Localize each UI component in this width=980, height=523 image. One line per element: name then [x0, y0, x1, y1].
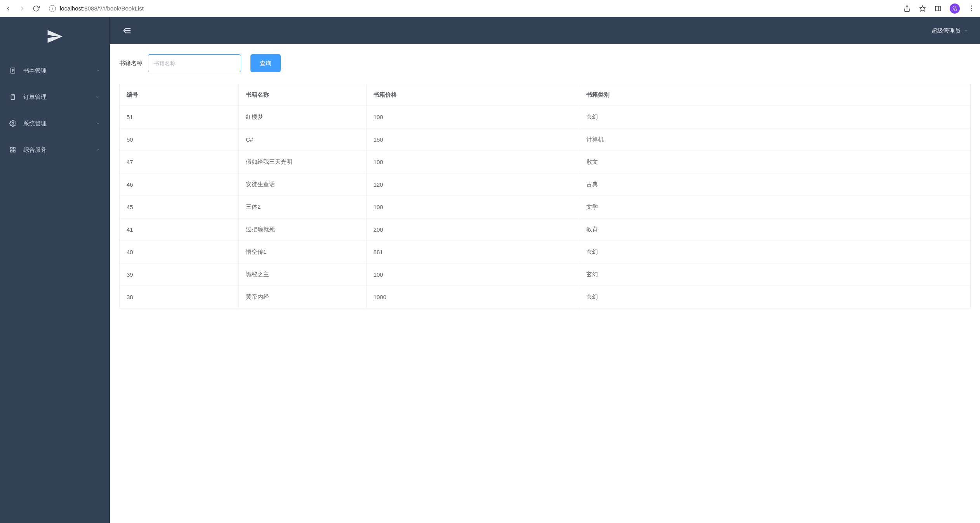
table-row[interactable]: 50C#150计算机 — [120, 128, 971, 151]
cell-category: 教育 — [579, 218, 970, 241]
cell-price: 1000 — [366, 286, 579, 308]
book-name-input[interactable] — [148, 54, 241, 72]
collapse-sidebar-button[interactable] — [122, 25, 132, 36]
cell-name: 黄帝内经 — [238, 286, 366, 308]
cell-category: 计算机 — [579, 128, 970, 151]
table-row[interactable]: 51红楼梦100玄幻 — [120, 106, 971, 128]
sidebar-item-label: 书本管理 — [23, 67, 96, 74]
chevron-down-icon — [96, 95, 100, 99]
user-dropdown[interactable]: 超级管理员 — [931, 27, 968, 35]
grid-icon — [9, 146, 16, 153]
cell-price: 100 — [366, 151, 579, 173]
back-button[interactable] — [5, 5, 12, 12]
cell-category: 玄幻 — [579, 106, 970, 128]
table-row[interactable]: 39诡秘之主100玄幻 — [120, 263, 971, 286]
svg-rect-12 — [14, 147, 16, 149]
cell-price: 100 — [366, 196, 579, 218]
table-row[interactable]: 46安徒生童话120古典 — [120, 173, 971, 196]
svg-rect-2 — [935, 6, 941, 11]
book-table: 编号 书籍名称 书籍价格 书籍类别 51红楼梦100玄幻50C#150计算机47… — [119, 84, 971, 308]
site-info-icon[interactable]: i — [49, 5, 56, 12]
svg-marker-1 — [920, 5, 926, 11]
url-path: :8088/?#/book/BookList — [83, 5, 144, 12]
doc-icon — [9, 67, 16, 74]
sidebar-item[interactable]: 书本管理 — [0, 57, 109, 84]
svg-rect-11 — [10, 147, 12, 149]
browser-right-group: 洁 — [903, 3, 975, 14]
sidebar-item[interactable]: 系统管理 — [0, 110, 109, 137]
svg-rect-14 — [14, 151, 16, 152]
search-button[interactable]: 查询 — [250, 54, 281, 72]
star-icon[interactable] — [919, 5, 926, 12]
sidebar-item-label: 综合服务 — [23, 146, 96, 154]
panel-icon[interactable] — [934, 5, 942, 12]
logo[interactable] — [0, 17, 109, 56]
cell-name: 红楼梦 — [238, 106, 366, 128]
cell-category: 玄幻 — [579, 241, 970, 263]
sidebar: 书本管理订单管理系统管理综合服务 — [0, 17, 110, 523]
table-row[interactable]: 41过把瘾就死200教育 — [120, 218, 971, 241]
cell-id: 41 — [120, 218, 239, 241]
table-row[interactable]: 40悟空传1881玄幻 — [120, 241, 971, 263]
col-header-price: 书籍价格 — [366, 84, 579, 106]
cell-price: 100 — [366, 263, 579, 286]
sidebar-item[interactable]: 订单管理 — [0, 84, 109, 110]
cell-price: 881 — [366, 241, 579, 263]
gear-icon — [9, 120, 16, 127]
content: 书籍名称 查询 编号 书籍名称 书籍价格 书籍类别 51红楼梦100玄幻50C#… — [110, 44, 980, 523]
app-root: 书本管理订单管理系统管理综合服务 超级管理员 书籍名称 查询 — [0, 17, 980, 523]
cell-name: 诡秘之主 — [238, 263, 366, 286]
cell-name: 三体2 — [238, 196, 366, 218]
col-header-category: 书籍类别 — [579, 84, 970, 106]
cell-id: 51 — [120, 106, 239, 128]
paper-plane-icon — [46, 28, 63, 45]
url-bar[interactable]: i localhost:8088/?#/book/BookList — [49, 5, 897, 12]
sidebar-item-label: 系统管理 — [23, 120, 96, 127]
cell-id: 47 — [120, 151, 239, 173]
cell-name: 假如给我三天光明 — [238, 151, 366, 173]
col-header-id: 编号 — [120, 84, 239, 106]
browser-nav-group — [5, 5, 40, 12]
browser-chrome: i localhost:8088/?#/book/BookList 洁 — [0, 0, 980, 17]
table-header-row: 编号 书籍名称 书籍价格 书籍类别 — [120, 84, 971, 106]
cell-name: C# — [238, 128, 366, 151]
clipboard-icon — [9, 94, 16, 100]
cell-name: 悟空传1 — [238, 241, 366, 263]
main-area: 超级管理员 书籍名称 查询 编号 书籍名称 书籍价格 书籍类别 — [110, 17, 980, 523]
cell-category: 文学 — [579, 196, 970, 218]
kebab-menu-icon[interactable] — [968, 5, 975, 12]
cell-category: 古典 — [579, 173, 970, 196]
cell-price: 150 — [366, 128, 579, 151]
cell-id: 39 — [120, 263, 239, 286]
cell-name: 安徒生童话 — [238, 173, 366, 196]
svg-point-10 — [12, 123, 14, 125]
cell-id: 46 — [120, 173, 239, 196]
sidebar-item[interactable]: 综合服务 — [0, 137, 109, 163]
cell-category: 玄幻 — [579, 263, 970, 286]
profile-avatar[interactable]: 洁 — [950, 3, 960, 14]
table-row[interactable]: 47假如给我三天光明100散文 — [120, 151, 971, 173]
url-text: localhost:8088/?#/book/BookList — [60, 5, 144, 12]
search-label: 书籍名称 — [119, 60, 142, 67]
search-row: 书籍名称 查询 — [119, 54, 971, 72]
topbar: 超级管理员 — [110, 17, 980, 44]
cell-price: 200 — [366, 218, 579, 241]
forward-button[interactable] — [19, 5, 26, 12]
cell-category: 散文 — [579, 151, 970, 173]
table-row[interactable]: 38黄帝内经1000玄幻 — [120, 286, 971, 308]
cell-price: 120 — [366, 173, 579, 196]
cell-id: 40 — [120, 241, 239, 263]
sidebar-menu: 书本管理订单管理系统管理综合服务 — [0, 56, 109, 163]
sidebar-item-label: 订单管理 — [23, 94, 96, 101]
url-host: localhost — [60, 5, 83, 12]
svg-rect-13 — [10, 151, 12, 152]
chevron-down-icon — [96, 147, 100, 152]
cell-id: 50 — [120, 128, 239, 151]
cell-category: 玄幻 — [579, 286, 970, 308]
chevron-down-icon — [964, 28, 968, 33]
table-row[interactable]: 45三体2100文学 — [120, 196, 971, 218]
reload-button[interactable] — [33, 5, 40, 12]
cell-id: 38 — [120, 286, 239, 308]
cell-price: 100 — [366, 106, 579, 128]
share-icon[interactable] — [903, 5, 911, 12]
